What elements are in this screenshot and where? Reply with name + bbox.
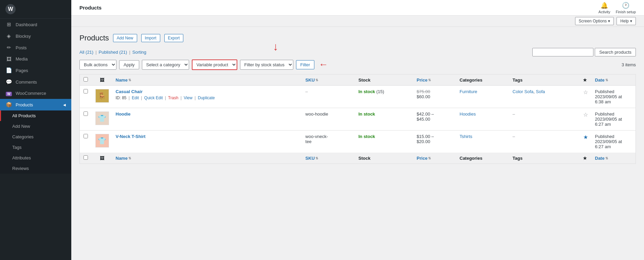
sort-date-link[interactable]: Date ⇅: [595, 77, 632, 83]
filter-links: All (21) | Published (21) | Sorting: [79, 50, 146, 55]
row1-price-cell: $75.00 $60.00: [413, 86, 456, 108]
sidebar-item-add-new[interactable]: Add New: [0, 121, 71, 132]
row2-featured-star[interactable]: ☆: [583, 112, 588, 118]
table-header-row: 🖼 Name ⇅ SKU ⇅: [80, 74, 636, 86]
col-img-header: 🖼: [92, 74, 112, 86]
sidebar-item-tags[interactable]: Tags: [0, 142, 71, 153]
sidebar: W ⊞ Dashboard ◈ Blocksy ✏ Posts 🖼 Media …: [0, 0, 71, 260]
row3-product-name-link[interactable]: V-Neck T-Shirt: [116, 134, 146, 139]
sidebar-item-posts[interactable]: ✏ Posts: [0, 42, 71, 53]
col-name-header: Name ⇅: [112, 74, 302, 86]
row1-featured-cell: ☆: [579, 86, 592, 108]
sidebar-item-products[interactable]: 📦 Products ◀: [0, 99, 71, 110]
row2-tags-cell: –: [509, 108, 579, 131]
main-area: Products 🔔 Activity 🕐 Finish setup Scree…: [71, 0, 644, 260]
category-select[interactable]: Select a category: [142, 60, 189, 70]
sidebar-item-woocommerce[interactable]: W WooCommerce: [0, 88, 71, 99]
export-button[interactable]: Export: [164, 34, 184, 42]
sidebar-item-categories[interactable]: Categories: [0, 132, 71, 142]
row1-tag-link-sofa[interactable]: Sofa: [536, 89, 545, 94]
sort-price-link[interactable]: Price ⇅: [417, 77, 453, 83]
filter-link-sorting[interactable]: Sorting: [132, 50, 146, 55]
col-tags-footer: Tags: [509, 153, 579, 164]
col-date-footer: Date ⇅: [592, 153, 636, 164]
row3-featured-star[interactable]: ★: [583, 134, 588, 140]
search-products-input[interactable]: [532, 48, 593, 56]
filter-button-wrapper: Filter ←: [296, 59, 328, 70]
filter-link-published[interactable]: Published (21): [99, 50, 127, 55]
sidebar-item-pages[interactable]: 📄 Pages: [0, 65, 71, 76]
row2-product-name-link[interactable]: Hoodie: [116, 111, 131, 117]
row1-category-link[interactable]: Furniture: [460, 89, 477, 94]
row2-date-status: Published: [595, 111, 632, 117]
sidebar-item-comments[interactable]: 💬 Comments: [0, 76, 71, 88]
apply-button[interactable]: Apply: [119, 60, 139, 69]
row1-tags-cell: Color Sofa, Sofa: [509, 86, 579, 108]
row3-categories-cell: Tshirts: [456, 131, 509, 153]
finish-setup-button[interactable]: 🕐 Finish setup: [616, 2, 636, 14]
row1-tag-link-color-sofa[interactable]: Color Sofa: [513, 89, 533, 94]
search-products-button[interactable]: Search products: [595, 48, 636, 56]
add-new-button[interactable]: Add New: [113, 34, 137, 42]
row1-trash-link[interactable]: Trash: [168, 96, 178, 100]
sort-sku-footer-link[interactable]: SKU ⇅: [306, 156, 352, 161]
row3-category-link[interactable]: Tshirts: [460, 134, 473, 139]
sidebar-item-media[interactable]: 🖼 Media: [0, 53, 71, 65]
row2-checkbox[interactable]: [84, 111, 88, 116]
activity-button[interactable]: 🔔 Activity: [599, 2, 610, 14]
help-button[interactable]: Help ▾: [617, 17, 636, 25]
products-table: 🖼 Name ⇅ SKU ⇅: [79, 74, 636, 164]
import-button[interactable]: Import: [141, 34, 160, 42]
sort-date-footer-link[interactable]: Date ⇅: [595, 156, 632, 161]
row1-checkbox[interactable]: [84, 89, 88, 93]
sidebar-item-all-products[interactable]: All Products: [0, 110, 71, 121]
row1-featured-star[interactable]: ☆: [583, 89, 588, 95]
featured-star-icon: ★: [583, 77, 587, 83]
col-price-footer: Price ⇅: [413, 153, 456, 164]
product-type-select[interactable]: Variable product: [192, 59, 237, 70]
sidebar-submenu-products: All Products Add New Categories Tags Att…: [0, 110, 71, 174]
sidebar-item-reviews[interactable]: Reviews: [0, 163, 71, 174]
row1-checkbox-cell: [80, 86, 92, 108]
pages-icon: 📄: [5, 67, 12, 73]
row3-product-image: 👕: [95, 134, 109, 148]
row3-checkbox[interactable]: [84, 134, 88, 138]
filter-button[interactable]: Filter: [296, 60, 315, 69]
col-stock-footer: Stock: [355, 153, 413, 164]
row3-checkbox-cell: [80, 131, 92, 153]
search-products-wrap: Search products: [532, 48, 636, 56]
col-categories-header: Categories: [456, 74, 509, 86]
bulk-actions-select[interactable]: Bulk actions: [79, 60, 116, 70]
filter-row: All (21) | Published (21) | Sorting Sear…: [79, 48, 636, 56]
sidebar-item-dashboard[interactable]: ⊞ Dashboard: [0, 19, 71, 30]
sort-sku-icon: ⇅: [315, 78, 318, 82]
select-all-footer-checkbox[interactable]: [84, 155, 88, 160]
topbar-title: Products: [79, 5, 102, 11]
row1-product-name-link[interactable]: Casual Chair: [116, 89, 143, 94]
sidebar-item-blocksy[interactable]: ◈ Blocksy: [0, 30, 71, 42]
filter-link-all[interactable]: All (21): [79, 50, 93, 55]
sort-price-footer-link[interactable]: Price ⇅: [417, 156, 453, 161]
row1-categories-cell: Furniture: [456, 86, 509, 108]
sort-sku-link[interactable]: SKU ⇅: [306, 77, 352, 83]
select-all-checkbox[interactable]: [84, 77, 88, 82]
row3-name-cell: V-Neck T-Shirt: [112, 131, 302, 153]
row1-edit-link[interactable]: Edit: [132, 96, 139, 100]
row1-name-cell: Casual Chair ID: 85 | Edit | Quick Edit …: [112, 86, 302, 108]
row2-category-link[interactable]: Hoodies: [460, 111, 476, 117]
col-tags-header: Tags: [509, 74, 579, 86]
row1-duplicate-link[interactable]: Duplicate: [198, 96, 215, 100]
col-featured-footer: ★: [579, 153, 592, 164]
row1-quick-edit-link[interactable]: Quick Edit: [144, 96, 163, 100]
sort-name-link[interactable]: Name ⇅: [116, 77, 299, 83]
sort-name-footer-link[interactable]: Name ⇅: [116, 156, 299, 161]
sidebar-item-attributes[interactable]: Attributes: [0, 153, 71, 163]
row2-categories-cell: Hoodies: [456, 108, 509, 131]
row1-view-link[interactable]: View: [184, 96, 192, 100]
row2-price-cell: $42.00 – $45.00: [413, 108, 456, 131]
stock-status-select[interactable]: Filter by stock status: [240, 60, 293, 70]
row3-date-status: Published: [595, 134, 632, 139]
screen-options-button[interactable]: Screen Options ▾: [575, 17, 614, 25]
sort-name-footer-icon: ⇅: [128, 156, 131, 160]
row1-img-cell: 🪑: [92, 86, 112, 108]
